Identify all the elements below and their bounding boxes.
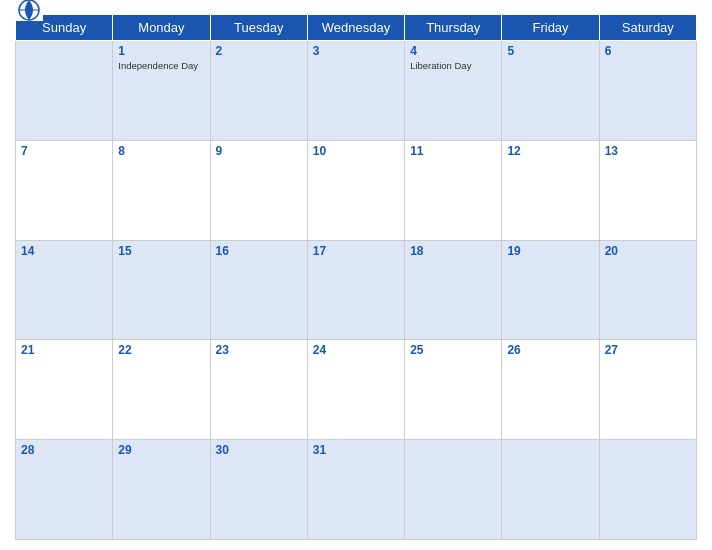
calendar-cell: 16: [210, 240, 307, 340]
calendar-cell: 20: [599, 240, 696, 340]
calendar-cell: 30: [210, 440, 307, 540]
calendar-week-row: 14151617181920: [16, 240, 697, 340]
day-number: 10: [313, 144, 399, 158]
day-number: 9: [216, 144, 302, 158]
day-number: 2: [216, 44, 302, 58]
calendar-cell: 28: [16, 440, 113, 540]
day-number: 12: [507, 144, 593, 158]
calendar-cell: 25: [405, 340, 502, 440]
calendar-cell: 1Independence Day: [113, 41, 210, 141]
day-number: 28: [21, 443, 107, 457]
calendar-cell: 8: [113, 140, 210, 240]
day-number: 19: [507, 244, 593, 258]
calendar-cell: 15: [113, 240, 210, 340]
day-number: 11: [410, 144, 496, 158]
day-number: 18: [410, 244, 496, 258]
calendar: SundayMondayTuesdayWednesdayThursdayFrid…: [15, 14, 697, 540]
calendar-cell: 3: [307, 41, 404, 141]
day-number: 13: [605, 144, 691, 158]
day-number: 30: [216, 443, 302, 457]
calendar-cell: 6: [599, 41, 696, 141]
calendar-cell: 19: [502, 240, 599, 340]
calendar-week-row: 78910111213: [16, 140, 697, 240]
day-number: 4: [410, 44, 496, 58]
day-number: 26: [507, 343, 593, 357]
calendar-cell: [599, 440, 696, 540]
calendar-cell: 7: [16, 140, 113, 240]
day-number: 31: [313, 443, 399, 457]
calendar-cell: 14: [16, 240, 113, 340]
day-number: 7: [21, 144, 107, 158]
day-number: 21: [21, 343, 107, 357]
day-number: 20: [605, 244, 691, 258]
weekday-header-tuesday: Tuesday: [210, 15, 307, 41]
calendar-cell: 31: [307, 440, 404, 540]
logo: [15, 0, 45, 21]
calendar-cell: 13: [599, 140, 696, 240]
day-number: 8: [118, 144, 204, 158]
day-number: 14: [21, 244, 107, 258]
calendar-cell: 9: [210, 140, 307, 240]
day-number: 1: [118, 44, 204, 58]
day-number: 24: [313, 343, 399, 357]
weekday-header-thursday: Thursday: [405, 15, 502, 41]
weekday-header-monday: Monday: [113, 15, 210, 41]
day-number: 22: [118, 343, 204, 357]
day-number: 6: [605, 44, 691, 58]
calendar-cell: 22: [113, 340, 210, 440]
calendar-cell: 4Liberation Day: [405, 41, 502, 141]
day-number: 3: [313, 44, 399, 58]
calendar-cell: 5: [502, 41, 599, 141]
calendar-cell: 10: [307, 140, 404, 240]
calendar-cell: [502, 440, 599, 540]
calendar-cell: 23: [210, 340, 307, 440]
calendar-cell: 27: [599, 340, 696, 440]
day-number: 17: [313, 244, 399, 258]
calendar-cell: 17: [307, 240, 404, 340]
weekday-header-friday: Friday: [502, 15, 599, 41]
calendar-cell: 29: [113, 440, 210, 540]
calendar-cell: 26: [502, 340, 599, 440]
calendar-cell: 12: [502, 140, 599, 240]
calendar-week-row: 1Independence Day234Liberation Day56: [16, 41, 697, 141]
holiday-name: Independence Day: [118, 60, 204, 71]
calendar-cell: 21: [16, 340, 113, 440]
calendar-week-row: 28293031: [16, 440, 697, 540]
day-number: 25: [410, 343, 496, 357]
calendar-cell: 18: [405, 240, 502, 340]
calendar-cell: 24: [307, 340, 404, 440]
weekday-header-wednesday: Wednesday: [307, 15, 404, 41]
day-number: 27: [605, 343, 691, 357]
calendar-cell: [405, 440, 502, 540]
holiday-name: Liberation Day: [410, 60, 496, 71]
day-number: 15: [118, 244, 204, 258]
calendar-cell: [16, 41, 113, 141]
calendar-cell: 2: [210, 41, 307, 141]
day-number: 5: [507, 44, 593, 58]
weekday-header-row: SundayMondayTuesdayWednesdayThursdayFrid…: [16, 15, 697, 41]
weekday-header-saturday: Saturday: [599, 15, 696, 41]
calendar-cell: 11: [405, 140, 502, 240]
day-number: 23: [216, 343, 302, 357]
day-number: 29: [118, 443, 204, 457]
calendar-week-row: 21222324252627: [16, 340, 697, 440]
day-number: 16: [216, 244, 302, 258]
